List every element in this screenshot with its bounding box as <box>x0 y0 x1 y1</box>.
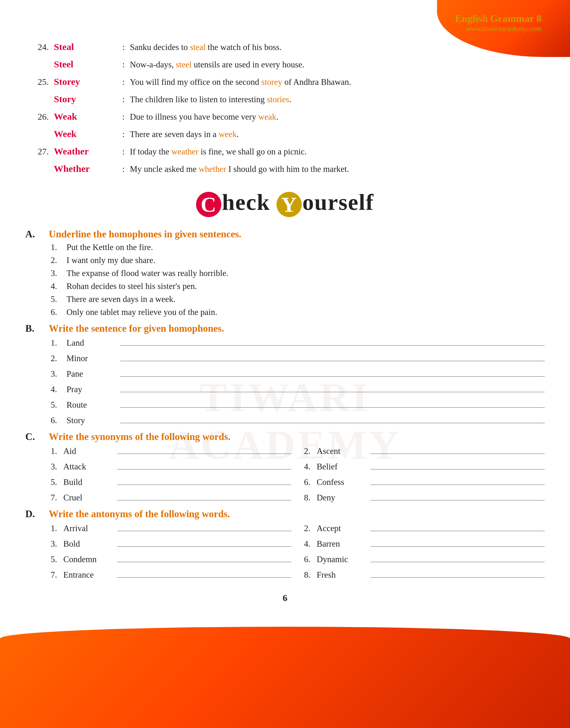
answer-line[interactable] <box>117 569 291 578</box>
list-item: 2. Accept <box>304 522 545 533</box>
answer-line[interactable] <box>120 414 545 423</box>
page-header: English Grammar 8 www.tiwariacademy.com <box>25 13 545 33</box>
answer-line[interactable] <box>120 399 545 408</box>
list-item: 4.Rohan decides to steel his sister's pe… <box>51 281 545 291</box>
word-pair-storey: 25. Storey : You will find my office on … <box>32 73 545 90</box>
list-item: 6. Confess <box>304 476 545 487</box>
answer-line[interactable] <box>120 337 545 345</box>
section-b-list: 1.Land 2.Minor 3.Pane 4.Pray 5.Route 6.S… <box>25 337 545 426</box>
section-b-heading: Write the sentence for given homophones. <box>49 323 224 334</box>
list-item: 3.The expanse of flood water was really … <box>51 268 545 278</box>
answer-line[interactable] <box>370 492 545 501</box>
answer-line[interactable] <box>370 476 545 485</box>
answer-line[interactable] <box>120 352 545 361</box>
pair-num-24: 24. <box>32 40 54 55</box>
section-b-label: B. <box>25 323 41 334</box>
pair-colon-24b: : <box>117 57 130 72</box>
section-b-header: B. Write the sentence for given homophon… <box>25 323 545 334</box>
section-a-list: 1.Put the Kettle on the fire. 2.I want o… <box>25 242 545 317</box>
answer-line[interactable] <box>370 522 545 531</box>
list-item: 1. Arrival <box>51 522 291 533</box>
answer-line[interactable] <box>117 538 291 547</box>
section-c-label: C. <box>25 431 41 443</box>
list-item: 4.Pray <box>51 383 545 395</box>
word-pair-whether: Whether : My uncle asked me whether I sh… <box>32 160 545 177</box>
pair-sentence-story: The children like to listen to interesti… <box>130 92 545 107</box>
answer-line[interactable] <box>117 492 291 501</box>
pair-word-weak: Weak <box>54 108 117 124</box>
pair-num-25: 25. <box>32 74 54 90</box>
list-item: 3.Pane <box>51 368 545 379</box>
answer-line[interactable] <box>370 553 545 562</box>
answer-line[interactable] <box>117 445 291 454</box>
answer-line[interactable] <box>117 461 291 470</box>
list-item: 6.Story <box>51 414 545 426</box>
list-item: 2. Ascent <box>304 445 545 456</box>
pair-sentence-whether: My uncle asked me whether I should go wi… <box>130 162 545 177</box>
header-title: English Grammar 8 <box>25 13 542 24</box>
word-pair-steel: Steel : Now-a-days, steel utensils are u… <box>32 56 545 72</box>
pair-word-storey: Storey <box>54 73 117 90</box>
pair-colon-24a: : <box>117 40 130 55</box>
header-url: www.tiwariacademy.com <box>25 24 542 33</box>
list-item: 5. Condemn <box>51 553 291 564</box>
pair-sentence-steal: Sanku decides to steal the watch of his … <box>130 40 545 55</box>
cy-heck: heck <box>222 190 270 215</box>
answer-line[interactable] <box>370 569 545 578</box>
list-item: 2.Minor <box>51 352 545 363</box>
list-item: 8. Fresh <box>304 569 545 580</box>
word-pair-story: Story : The children like to listen to i… <box>32 91 545 107</box>
pair-word-steal: Steal <box>54 39 117 55</box>
answer-line[interactable] <box>370 461 545 470</box>
pair-sentence-weak: Due to illness you have become very weak… <box>130 110 545 124</box>
pair-word-whether: Whether <box>54 160 117 177</box>
pair-word-story: Story <box>54 91 117 107</box>
cy-ourself: ourself <box>302 190 374 215</box>
list-item: 1.Put the Kettle on the fire. <box>51 242 545 252</box>
list-item: 5.There are seven days in a week. <box>51 294 545 304</box>
pair-sentence-week: There are seven days in a week. <box>130 127 545 142</box>
word-pair-steal: 24. Steal : Sanku decides to steal the w… <box>32 39 545 55</box>
pair-sentence-storey: You will find my office on the second st… <box>130 75 545 90</box>
list-item: 4. Belief <box>304 461 545 472</box>
pair-word-weather: Weather <box>54 143 117 159</box>
pair-num-27: 27. <box>32 144 54 159</box>
answer-line[interactable] <box>370 445 545 454</box>
section-a-header: A. Underline the homophones in given sen… <box>25 228 545 240</box>
word-pair-weather: 27. Weather : If today the weather is fi… <box>32 143 545 159</box>
list-item: 7. Entrance <box>51 569 291 580</box>
section-d-label: D. <box>25 508 41 520</box>
list-item: 5. Build <box>51 476 291 487</box>
section-c-heading: Write the synonyms of the following word… <box>49 431 231 443</box>
answer-line[interactable] <box>120 383 545 392</box>
list-item: 1.Land <box>51 337 545 348</box>
list-item: 7. Cruel <box>51 492 291 503</box>
section-d-heading: Write the antonyms of the following word… <box>49 508 230 520</box>
pair-word-steel: Steel <box>54 56 117 72</box>
section-d-header: D. Write the antonyms of the following w… <box>25 508 545 520</box>
list-item: 4. Barren <box>304 538 545 549</box>
list-item: 6. Dynamic <box>304 553 545 564</box>
answer-line[interactable] <box>117 476 291 485</box>
word-pair-weak: 26. Weak : Due to illness you have becom… <box>32 108 545 124</box>
pair-sentence-weather: If today the weather is fine, we shall g… <box>130 145 545 159</box>
cy-y-circle: Y <box>276 192 302 217</box>
list-item: 1. Aid <box>51 445 291 456</box>
answer-line[interactable] <box>117 522 291 531</box>
list-item: 2.I want only my due share. <box>51 255 545 265</box>
check-yourself-banner: Check Yourself <box>25 189 545 217</box>
section-d-list: 1. Arrival 2. Accept 3. Bold 4. Barren 5… <box>25 522 545 580</box>
word-pairs-section: 24. Steal : Sanku decides to steal the w… <box>25 39 545 177</box>
word-pair-week: Week : There are seven days in a week. <box>32 126 545 142</box>
section-c-list: 1. Aid 2. Ascent 3. Attack 4. Belief 5. … <box>25 445 545 503</box>
answer-line[interactable] <box>370 538 545 547</box>
answer-line[interactable] <box>117 553 291 562</box>
pair-sentence-steel: Now-a-days, steel utensils are used in e… <box>130 58 545 72</box>
list-item: 3. Attack <box>51 461 291 472</box>
pair-word-week: Week <box>54 126 117 142</box>
list-item: 8. Deny <box>304 492 545 503</box>
list-item: 6.Only one tablet may relieve you of the… <box>51 307 545 317</box>
answer-line[interactable] <box>120 368 545 377</box>
list-item: 5.Route <box>51 399 545 410</box>
section-a-label: A. <box>25 228 41 240</box>
